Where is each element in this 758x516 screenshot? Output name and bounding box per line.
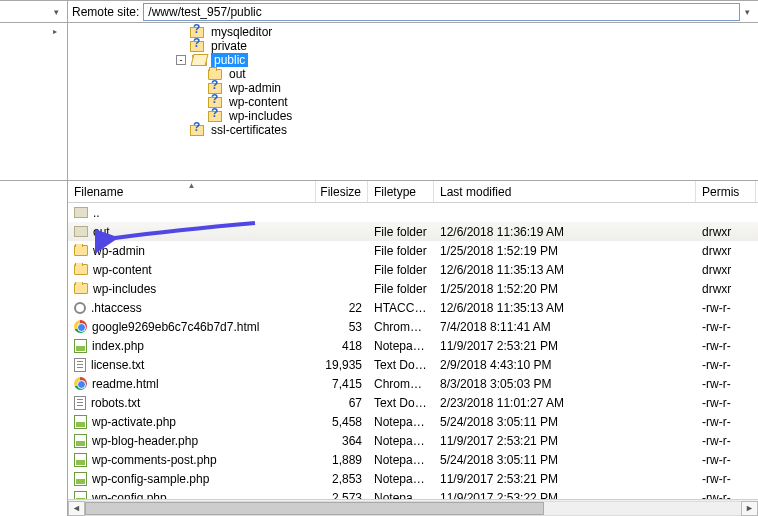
- file-modified: 11/9/2017 2:53:21 PM: [434, 339, 696, 353]
- chevron-down-icon[interactable]: ▾: [49, 5, 63, 19]
- file-permissions: -rw-r-: [696, 358, 756, 372]
- file-modified: 5/24/2018 3:05:11 PM: [434, 415, 696, 429]
- file-row[interactable]: google9269eb6c7c46b7d7.html53Chrome ...7…: [68, 317, 758, 336]
- php-file-icon: [74, 491, 87, 500]
- file-type: File folder: [368, 282, 434, 296]
- tree-collapse-icon[interactable]: -: [176, 55, 186, 65]
- file-modified: 5/24/2018 3:05:11 PM: [434, 453, 696, 467]
- text-file-icon: [74, 396, 86, 410]
- chevron-down-icon[interactable]: ▾: [740, 5, 754, 19]
- file-name: index.php: [92, 339, 144, 353]
- tree-item[interactable]: wp-admin: [158, 81, 758, 95]
- tree-item[interactable]: ssl-certificates: [158, 123, 758, 137]
- file-size: 418: [316, 339, 368, 353]
- file-row[interactable]: wp-activate.php5,458Notepad...5/24/2018 …: [68, 412, 758, 431]
- tree-item[interactable]: mysqleditor: [158, 25, 758, 39]
- file-type: Text Doc...: [368, 358, 434, 372]
- tree-item[interactable]: wp-content: [158, 95, 758, 109]
- tree-item[interactable]: private: [158, 39, 758, 53]
- file-row[interactable]: wp-config.php2,573Notepad...11/9/2017 2:…: [68, 488, 758, 499]
- file-permissions: -rw-r-: [696, 301, 756, 315]
- file-type: Notepad...: [368, 491, 434, 500]
- file-name: ..: [93, 206, 100, 220]
- file-permissions: -rw-r-: [696, 377, 756, 391]
- file-name: wp-includes: [93, 282, 156, 296]
- file-modified: 8/3/2018 3:05:03 PM: [434, 377, 696, 391]
- folder-open-icon: [192, 55, 207, 66]
- file-row[interactable]: license.txt19,935Text Doc...2/9/2018 4:4…: [68, 355, 758, 374]
- file-name: wp-config-sample.php: [92, 472, 209, 486]
- file-row[interactable]: wp-config-sample.php2,853Notepad...11/9/…: [68, 469, 758, 488]
- file-type: Notepad...: [368, 472, 434, 486]
- file-type: Text Doc...: [368, 396, 434, 410]
- column-filesize[interactable]: Filesize: [316, 181, 368, 202]
- file-modified: 2/9/2018 4:43:10 PM: [434, 358, 696, 372]
- scroll-right-button[interactable]: ►: [741, 501, 758, 516]
- file-size: 22: [316, 301, 368, 315]
- file-row[interactable]: readme.html7,415Chrome ...8/3/2018 3:05:…: [68, 374, 758, 393]
- file-name: wp-comments-post.php: [92, 453, 217, 467]
- file-row[interactable]: .htaccess22HTACCE...12/6/2018 11:35:13 A…: [68, 298, 758, 317]
- file-name: robots.txt: [91, 396, 140, 410]
- file-size: 5,458: [316, 415, 368, 429]
- tree-item-label: private: [208, 39, 250, 53]
- file-permissions: drwxr: [696, 282, 756, 296]
- directory-tree[interactable]: mysqleditorprivate-publicoutwp-adminwp-c…: [68, 23, 758, 181]
- chrome-icon: [74, 320, 87, 333]
- file-row[interactable]: wp-comments-post.php1,889Notepad...5/24/…: [68, 450, 758, 469]
- file-type: Notepad...: [368, 453, 434, 467]
- file-modified: 12/6/2018 11:35:13 AM: [434, 301, 696, 315]
- horizontal-scrollbar[interactable]: ◄ ►: [68, 499, 758, 516]
- tree-item[interactable]: wp-includes: [158, 109, 758, 123]
- column-filename[interactable]: ▲ Filename: [68, 181, 316, 202]
- file-type: Notepad...: [368, 339, 434, 353]
- file-type: Chrome ...: [368, 377, 434, 391]
- file-row[interactable]: wp-adminFile folder1/25/2018 1:52:19 PMd…: [68, 241, 758, 260]
- text-file-icon: [74, 358, 86, 372]
- file-size: 2,573: [316, 491, 368, 500]
- file-permissions: -rw-r-: [696, 491, 756, 500]
- php-file-icon: [74, 472, 87, 486]
- file-size: 1,889: [316, 453, 368, 467]
- file-name: license.txt: [91, 358, 144, 372]
- column-permissions[interactable]: Permis: [696, 181, 756, 202]
- file-modified: 2/23/2018 11:01:27 AM: [434, 396, 696, 410]
- file-permissions: -rw-r-: [696, 396, 756, 410]
- file-size: 364: [316, 434, 368, 448]
- file-name: wp-activate.php: [92, 415, 176, 429]
- caret-up-icon: ▴: [49, 25, 63, 39]
- file-type: File folder: [368, 225, 434, 239]
- tree-item[interactable]: -public: [158, 53, 758, 67]
- tree-item-label: public: [211, 53, 248, 67]
- folder-unknown-icon: [190, 39, 204, 53]
- file-modified: 7/4/2018 8:11:41 AM: [434, 320, 696, 334]
- scroll-thumb[interactable]: [85, 502, 544, 515]
- file-row[interactable]: index.php418Notepad...11/9/2017 2:53:21 …: [68, 336, 758, 355]
- file-row[interactable]: outFile folder12/6/2018 11:36:19 AMdrwxr: [68, 222, 758, 241]
- file-row[interactable]: robots.txt67Text Doc...2/23/2018 11:01:2…: [68, 393, 758, 412]
- file-row[interactable]: wp-blog-header.php364Notepad...11/9/2017…: [68, 431, 758, 450]
- sort-asc-icon: ▲: [188, 181, 196, 190]
- php-file-icon: [74, 453, 87, 467]
- file-row[interactable]: wp-contentFile folder12/6/2018 11:35:13 …: [68, 260, 758, 279]
- file-list[interactable]: ..outFile folder12/6/2018 11:36:19 AMdrw…: [68, 203, 758, 499]
- file-size: 53: [316, 320, 368, 334]
- scroll-left-button[interactable]: ◄: [68, 501, 85, 516]
- tree-item[interactable]: out: [158, 67, 758, 81]
- file-row[interactable]: ..: [68, 203, 758, 222]
- file-modified: 11/9/2017 2:53:21 PM: [434, 472, 696, 486]
- file-modified: 11/9/2017 2:53:22 PM: [434, 491, 696, 500]
- column-filetype[interactable]: Filetype: [368, 181, 434, 202]
- file-size: 7,415: [316, 377, 368, 391]
- file-permissions: -rw-r-: [696, 320, 756, 334]
- remote-path-input[interactable]: /www/test_957/public: [143, 3, 740, 21]
- column-modified[interactable]: Last modified: [434, 181, 696, 202]
- chrome-icon: [74, 377, 87, 390]
- file-list-header[interactable]: ▲ Filename Filesize Filetype Last modifi…: [68, 181, 758, 203]
- tree-item-label: ssl-certificates: [208, 123, 290, 137]
- file-type: Notepad...: [368, 415, 434, 429]
- file-row[interactable]: wp-includesFile folder1/25/2018 1:52:20 …: [68, 279, 758, 298]
- file-type: HTACCE...: [368, 301, 434, 315]
- scroll-track[interactable]: [85, 501, 741, 516]
- file-modified: 11/9/2017 2:53:21 PM: [434, 434, 696, 448]
